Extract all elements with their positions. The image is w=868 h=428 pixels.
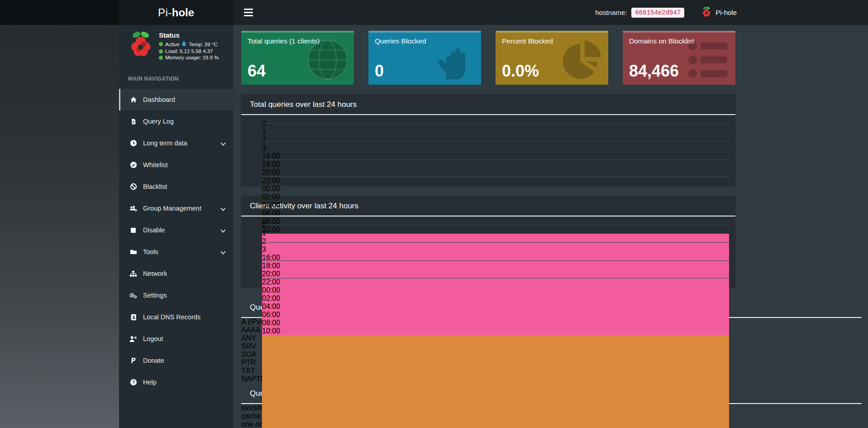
chevron-down-icon <box>220 140 225 145</box>
stat-card-label: Queries Blocked <box>375 37 475 45</box>
stat-card-label: Total queries (1 clients) <box>248 37 348 45</box>
client-activity-chart[interactable]: 012316:0018:0020:0022:0000:0002:0004:000… <box>262 221 729 282</box>
sidebar-section-label: MAIN NAVIGATION <box>119 69 233 89</box>
home-icon <box>129 96 137 103</box>
x-axis-label: 04:00 <box>262 201 729 209</box>
legend-label: SOA <box>241 351 257 358</box>
stat-card-0: Total queries (1 clients)64 <box>241 31 354 85</box>
sidebar-item-label: Blacklist <box>143 183 167 190</box>
hostname-value-chip: 666154e2d947 <box>631 8 684 18</box>
temp-icon <box>181 41 186 48</box>
status-panel: Status ActiveTemp: 39 °CLoad: 5.12 5.58 … <box>119 25 233 69</box>
stat-card-value: 84,466 <box>629 63 729 79</box>
ban-icon <box>129 183 137 190</box>
x-axis-label: 00:00 <box>262 286 729 294</box>
clock-icon <box>129 139 137 147</box>
y-axis-label: 1 <box>262 229 729 237</box>
stat-card-value: 64 <box>248 63 348 79</box>
sidebar-item-label: Query Log <box>143 118 174 125</box>
sidebar-item-label: Donate <box>143 357 164 364</box>
pihole-dashboard-screen: Pi-hole hostname: 666154e2d947 Pi-hole S… <box>0 0 868 428</box>
x-axis-label: 22:00 <box>262 177 729 185</box>
gridline <box>262 278 729 279</box>
main-content: Total queries (1 clients)64Queries Block… <box>233 25 862 428</box>
sidebar-item-network[interactable]: Network <box>119 263 233 284</box>
status-row: Memory usage: 19.9 % <box>159 55 219 60</box>
x-axis-label: 10:00 <box>262 327 729 335</box>
sidebar-item-donate[interactable]: Donate <box>119 350 233 371</box>
total-queries-chart[interactable]: 012316:0018:0020:0022:0000:0002:0004:000… <box>262 120 729 180</box>
raspberry-icon <box>701 6 711 19</box>
sidebar-item-group-mgmt[interactable]: Group Management <box>119 197 233 219</box>
chart-bar[interactable] <box>262 389 729 428</box>
sidebar-toggle-icon[interactable] <box>241 4 261 21</box>
sidebar-item-whitelist[interactable]: Whitelist <box>119 154 233 176</box>
y-axis-label: 3 <box>262 245 729 254</box>
x-axis-label: 20:00 <box>262 270 729 278</box>
legend-label: cache <box>241 412 261 420</box>
gridline <box>262 141 729 141</box>
question-icon: ? <box>129 379 137 386</box>
stat-card-1: Queries Blocked0 <box>368 31 481 85</box>
total-queries-panel-title: Total queries over last 24 hours <box>241 94 735 114</box>
sidebar-item-label: Help <box>143 379 157 386</box>
stat-card-value: 0 <box>375 63 475 79</box>
chevron-down-icon <box>220 206 225 211</box>
status-ok-icon <box>159 42 163 46</box>
sidebar-item-help[interactable]: ?Help <box>119 371 233 393</box>
pihole-logo-icon <box>128 30 153 64</box>
sidebar-item-query-log[interactable]: Query Log <box>119 111 233 132</box>
navbar-brand[interactable]: Pi-hole <box>701 6 737 19</box>
x-axis-label: 20:00 <box>262 168 729 177</box>
stat-card-3: Domains on Blocklist84,466 <box>623 31 735 85</box>
legend-label: PTR <box>241 359 256 366</box>
hostname-label: hostname: <box>595 9 627 16</box>
gridline <box>262 242 729 243</box>
x-axis-label: 04:00 <box>262 303 729 311</box>
sidebar-item-blacklist[interactable]: Blacklist <box>119 176 233 197</box>
x-axis-label: 22:00 <box>262 278 729 286</box>
chevron-down-icon <box>220 249 225 254</box>
sidebar-item-disable[interactable]: Disable <box>119 219 233 241</box>
paypal-icon <box>129 357 137 364</box>
total-queries-panel: Total queries over last 24 hours 012316:… <box>241 94 735 186</box>
sidebar-item-label: Settings <box>143 292 167 299</box>
y-axis-label: 0 <box>262 120 729 128</box>
x-axis-label: 08:00 <box>262 319 729 327</box>
brand-text: Pi-hole <box>715 9 737 16</box>
sidebar-item-label: Tools <box>143 248 158 255</box>
svg-text:?: ? <box>132 380 134 385</box>
chart-bar[interactable] <box>262 335 729 389</box>
sidebar-item-dashboard[interactable]: Dashboard <box>119 89 233 111</box>
desktop-background-top <box>0 0 119 25</box>
sidebar-item-label: Network <box>143 270 167 277</box>
stat-card-value: 0.0% <box>502 63 602 79</box>
sidebar: Status ActiveTemp: 39 °CLoad: 5.12 5.58 … <box>119 25 233 428</box>
sidebar-item-label: Dashboard <box>143 96 175 103</box>
sidebar-item-logout[interactable]: Logout <box>119 328 233 350</box>
x-axis-label: 02:00 <box>262 294 729 303</box>
app-logo[interactable]: Pi-hole <box>119 0 233 25</box>
sidebar-item-tools[interactable]: Tools <box>119 241 233 263</box>
sidebar-item-local-dns[interactable]: Local DNS Records <box>119 306 233 328</box>
sidebar-item-settings[interactable]: Settings <box>119 284 233 306</box>
stat-card-label: Percent Blocked <box>502 37 602 45</box>
legend-label: ANY <box>241 334 256 342</box>
address-book-icon <box>129 313 137 321</box>
sidebar-item-long-term[interactable]: Long term data <box>119 132 233 154</box>
users-gear-icon <box>129 205 137 212</box>
sidebar-item-label: Long term data <box>143 139 187 147</box>
summary-cards-row: Total queries (1 clients)64Queries Block… <box>241 31 862 85</box>
status-title: Status <box>159 31 219 39</box>
sidebar-menu: DashboardQuery LogLong term dataWhitelis… <box>119 89 233 393</box>
top-navbar: hostname: 666154e2d947 Pi-hole <box>233 0 868 25</box>
x-axis-label: 18:00 <box>262 160 729 168</box>
y-axis-label: 3 <box>262 144 729 152</box>
status-ok-icon <box>159 49 163 53</box>
sitemap-icon <box>129 270 137 277</box>
sidebar-item-label: Group Management <box>143 205 201 212</box>
logo-text-bold: hole <box>172 6 194 19</box>
sidebar-item-label: Whitelist <box>143 161 168 168</box>
navbar-right: hostname: 666154e2d947 Pi-hole <box>595 6 868 19</box>
y-axis-label: 1 <box>262 128 729 136</box>
